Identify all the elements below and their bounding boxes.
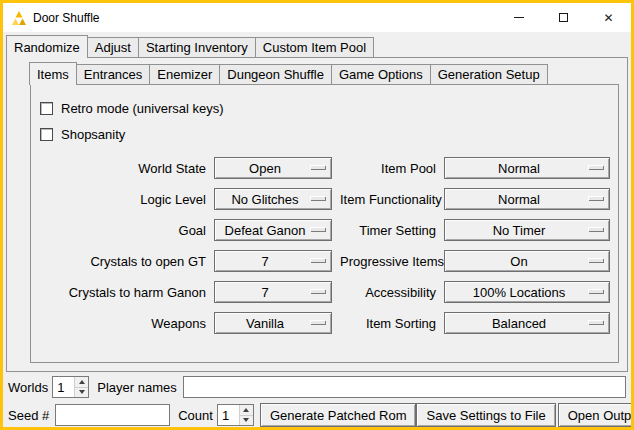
count-input[interactable]	[218, 405, 239, 425]
arrow-up-icon	[79, 380, 85, 384]
close-icon: ✕	[603, 11, 613, 25]
tab-items[interactable]: Items	[29, 62, 77, 85]
minimize-button[interactable]	[496, 3, 541, 32]
item-sorting-label: Item Sorting	[340, 316, 436, 331]
worlds-input[interactable]	[53, 377, 74, 397]
tab-generation-setup[interactable]: Generation Setup	[430, 64, 548, 84]
window-title: Door Shuffle	[33, 11, 100, 25]
count-spinner-up[interactable]	[240, 405, 253, 415]
dropdown-indicator-icon	[310, 320, 325, 324]
count-label: Count	[178, 408, 213, 423]
worlds-spinner-down[interactable]	[75, 387, 88, 398]
item-pool-dropdown[interactable]: Normal	[444, 157, 610, 179]
sub-tab-bar: Items Entrances Enemizer Dungeon Shuffle…	[7, 62, 627, 84]
world-state-value: Open	[249, 161, 281, 176]
dropdown-indicator-icon	[588, 320, 603, 324]
bottom-bar: Worlds Player names Seed # Count	[3, 372, 631, 430]
open-output-directory-button[interactable]: Open Output Directory	[558, 403, 634, 427]
dropdown-indicator-icon	[310, 227, 325, 231]
count-spinner[interactable]	[217, 404, 254, 426]
item-sorting-dropdown[interactable]: Balanced	[444, 312, 610, 334]
item-functionality-value: Normal	[498, 192, 540, 207]
main-tab-bar: Randomize Adjust Starting Inventory Cust…	[3, 35, 631, 57]
progressive-items-value: On	[510, 254, 527, 269]
items-tab-panel: Retro mode (universal keys) Shopsanity W…	[30, 84, 619, 363]
item-functionality-label: Item Functionality	[340, 192, 436, 207]
player-names-label: Player names	[97, 380, 176, 395]
item-sorting-value: Balanced	[492, 316, 546, 331]
tab-game-options[interactable]: Game Options	[331, 64, 431, 84]
dropdown-indicator-icon	[588, 258, 603, 262]
dropdown-indicator-icon	[588, 196, 603, 200]
timer-setting-label: Timer Setting	[340, 223, 436, 238]
logic-level-dropdown[interactable]: No Glitches	[214, 188, 332, 210]
world-state-label: World State	[38, 161, 206, 176]
tab-adjust[interactable]: Adjust	[87, 37, 139, 57]
dropdown-indicator-icon	[310, 196, 325, 200]
arrow-up-icon	[243, 408, 249, 412]
crystals-gt-dropdown[interactable]: 7	[214, 250, 332, 272]
dropdown-indicator-icon	[310, 289, 325, 293]
tab-randomize[interactable]: Randomize	[6, 35, 88, 58]
goal-dropdown[interactable]: Defeat Ganon	[214, 219, 332, 241]
goal-label: Goal	[38, 223, 206, 238]
retro-mode-checkbox[interactable]	[40, 102, 53, 115]
seed-label: Seed #	[8, 408, 49, 423]
tab-dungeon-shuffle[interactable]: Dungeon Shuffle	[219, 64, 332, 84]
logic-level-label: Logic Level	[38, 192, 206, 207]
tab-custom-item-pool[interactable]: Custom Item Pool	[255, 37, 374, 57]
weapons-label: Weapons	[38, 316, 206, 331]
crystals-ganon-value: 7	[261, 285, 268, 300]
progressive-items-label: Progressive Items	[340, 254, 436, 269]
timer-setting-value: No Timer	[493, 223, 546, 238]
worlds-spinner[interactable]	[52, 376, 89, 398]
progressive-items-dropdown[interactable]: On	[444, 250, 610, 272]
shopsanity-label: Shopsanity	[61, 127, 125, 142]
maximize-icon	[559, 13, 568, 22]
save-settings-button[interactable]: Save Settings to File	[416, 403, 555, 427]
options-grid: World State Open Item Pool Normal Logic …	[38, 157, 611, 334]
app-icon	[11, 10, 27, 26]
crystals-gt-value: 7	[261, 254, 268, 269]
shopsanity-checkbox[interactable]	[40, 128, 53, 141]
timer-setting-dropdown[interactable]: No Timer	[444, 219, 610, 241]
arrow-down-icon	[79, 390, 85, 394]
count-spinner-down[interactable]	[240, 415, 253, 426]
crystals-ganon-label: Crystals to harm Ganon	[38, 285, 206, 300]
tab-starting-inventory[interactable]: Starting Inventory	[138, 37, 256, 57]
player-names-input[interactable]	[183, 376, 626, 398]
weapons-value: Vanilla	[246, 316, 284, 331]
randomize-tab-panel: Items Entrances Enemizer Dungeon Shuffle…	[6, 57, 628, 372]
crystals-gt-label: Crystals to open GT	[38, 254, 206, 269]
generate-patched-rom-button[interactable]: Generate Patched Rom	[260, 403, 417, 427]
tab-entrances[interactable]: Entrances	[76, 64, 151, 84]
retro-mode-label: Retro mode (universal keys)	[61, 101, 224, 116]
worlds-label: Worlds	[8, 380, 48, 395]
dropdown-indicator-icon	[588, 289, 603, 293]
accessibility-dropdown[interactable]: 100% Locations	[444, 281, 610, 303]
dropdown-indicator-icon	[588, 227, 603, 231]
item-functionality-dropdown[interactable]: Normal	[444, 188, 610, 210]
maximize-button[interactable]	[541, 3, 586, 32]
accessibility-label: Accessibility	[340, 285, 436, 300]
dropdown-indicator-icon	[310, 165, 325, 169]
dropdown-indicator-icon	[588, 165, 603, 169]
app-window: Door Shuffle ✕ Randomize Adjust Starting…	[0, 0, 634, 430]
seed-input[interactable]	[55, 404, 170, 426]
tab-enemizer[interactable]: Enemizer	[149, 64, 220, 84]
arrow-down-icon	[243, 418, 249, 422]
logic-level-value: No Glitches	[231, 192, 298, 207]
goal-value: Defeat Ganon	[225, 223, 306, 238]
close-button[interactable]: ✕	[586, 3, 631, 32]
minimize-icon	[514, 17, 524, 18]
worlds-spinner-up[interactable]	[75, 377, 88, 387]
item-pool-value: Normal	[498, 161, 540, 176]
world-state-dropdown[interactable]: Open	[214, 157, 332, 179]
titlebar[interactable]: Door Shuffle ✕	[3, 3, 631, 32]
dropdown-indicator-icon	[310, 258, 325, 262]
accessibility-value: 100% Locations	[473, 285, 566, 300]
crystals-ganon-dropdown[interactable]: 7	[214, 281, 332, 303]
item-pool-label: Item Pool	[340, 161, 436, 176]
weapons-dropdown[interactable]: Vanilla	[214, 312, 332, 334]
